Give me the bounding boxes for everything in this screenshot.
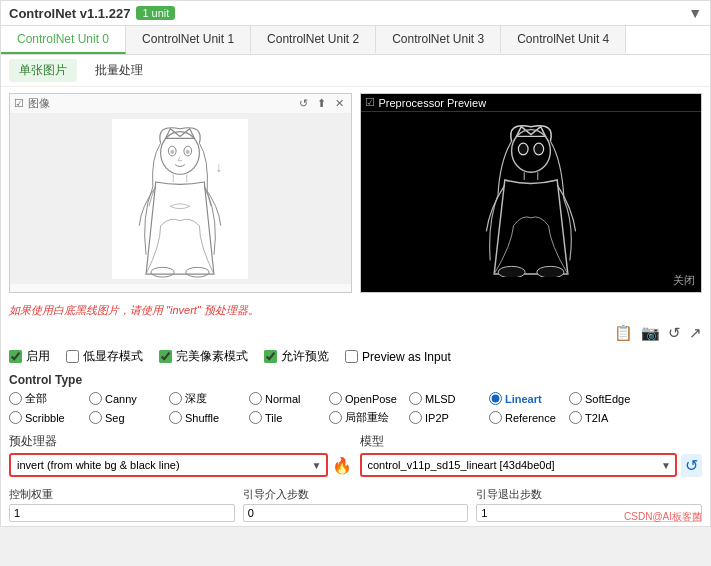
svg-point-14 [537,266,564,277]
sub-tab-single[interactable]: 单张图片 [9,59,77,82]
pixel-perfect-checkbox-label[interactable]: 完美像素模式 [159,348,248,365]
radio-reference[interactable]: Reference [489,410,569,425]
svg-text:↓: ↓ [216,160,223,175]
app-title: ControlNet v1.1.227 [9,6,130,21]
preprocessor-section: 预处理器 invert (from white bg & black line)… [9,433,352,477]
svg-point-12 [534,143,544,155]
radio-softedge[interactable]: SoftEdge [569,391,649,406]
params-row: 控制权重 引导介入步数 引导退出步数 CSDN@AI板客菌 [1,483,710,526]
param-start-input[interactable] [243,504,469,522]
image-panel-checkbox: ☑ [14,97,24,110]
sketch-anime-svg: ↓ [110,119,250,279]
svg-rect-0 [112,119,248,279]
radio-normal[interactable]: Normal [249,391,329,406]
radio-openpose[interactable]: OpenPose [329,391,409,406]
svg-point-11 [518,143,528,155]
close-tool[interactable]: ✕ [332,96,347,111]
source-image-panel: ☑ 图像 ↺ ⬆ ✕ [9,93,352,293]
image-panel-tools: ↺ ⬆ ✕ [296,96,347,111]
preview-checkbox: ☑ [365,96,375,109]
preview-close-btn[interactable]: 关闭 [673,273,695,288]
radio-inpaint[interactable]: 局部重绘 [329,410,409,425]
radio-ip2p[interactable]: IP2P [409,410,489,425]
preview-as-input-checkbox[interactable] [345,350,358,363]
control-type-radios: 全部 Canny 深度 Normal OpenPose MLSD Lineart… [1,389,710,427]
pixel-perfect-label: 完美像素模式 [176,348,248,365]
allow-preview-checkbox[interactable] [264,350,277,363]
preview-as-input-checkbox-label[interactable]: Preview as Input [345,350,451,364]
camera-icon[interactable]: 📷 [641,324,660,342]
radio-seg[interactable]: Seg [89,410,169,425]
param-start: 引导介入步数 [243,487,469,522]
tab-unit-4[interactable]: ControlNet Unit 4 [501,26,626,54]
allow-preview-label: 允许预览 [281,348,329,365]
source-image-header: ☑ 图像 ↺ ⬆ ✕ [10,94,351,114]
source-image-canvas[interactable]: ↓ [10,114,351,284]
model-select-outer: control_v11p_sd15_lineart [43d4be0d] ▼ [360,453,678,477]
svg-point-13 [498,266,525,277]
header-left: ControlNet v1.1.227 1 unit [9,6,175,21]
radio-lineart[interactable]: Lineart [489,391,569,406]
warning-text: 如果使用白底黑线图片，请使用 "invert" 预处理器。 [1,299,710,322]
svg-rect-9 [463,117,599,277]
param-weight: 控制权重 [9,487,235,522]
model-select-wrapper: control_v11p_sd15_lineart [43d4be0d] ▼ ↺ [360,453,703,477]
svg-point-4 [171,150,175,154]
proc-model-row: 预处理器 invert (from white bg & black line)… [1,427,710,483]
copy-icon[interactable]: 📋 [614,324,633,342]
enable-label: 启用 [26,348,50,365]
tab-unit-3[interactable]: ControlNet Unit 3 [376,26,501,54]
preview-canvas [361,112,702,282]
unit-badge: 1 unit [136,6,175,20]
checkbox-row: 启用 低显存模式 完美像素模式 允许预览 Preview as Input [1,344,710,369]
preview-label: Preprocessor Preview [379,97,487,109]
warning-suffix: 预处理器。 [204,304,259,316]
enable-checkbox[interactable] [9,350,22,363]
watermark: CSDN@AI板客菌 [624,510,702,524]
enable-checkbox-label[interactable]: 启用 [9,348,50,365]
lowvram-label: 低显存模式 [83,348,143,365]
header: ControlNet v1.1.227 1 unit ▼ [1,1,710,26]
pixel-perfect-checkbox[interactable] [159,350,172,363]
refresh-tool[interactable]: ↺ [296,96,311,111]
radio-shuffle[interactable]: Shuffle [169,410,249,425]
preprocessor-select-outer: invert (from white bg & black line) ▼ [9,453,328,477]
control-type-label: Control Type [1,369,710,389]
radio-all[interactable]: 全部 [9,391,89,406]
warning-highlight: "invert" [166,304,201,316]
radio-mlsd[interactable]: MLSD [409,391,489,406]
param-end-label: 引导退出步数 [476,487,702,502]
send-icon[interactable]: ↗ [689,324,702,342]
sub-tabs: 单张图片 批量处理 [1,55,710,87]
preview-as-input-label: Preview as Input [362,350,451,364]
model-label: 模型 [360,433,703,450]
radio-canny[interactable]: Canny [89,391,169,406]
radio-depth[interactable]: 深度 [169,391,249,406]
param-weight-input[interactable] [9,504,235,522]
radio-t2ia[interactable]: T2IA [569,410,649,425]
controlnet-panel: ControlNet v1.1.227 1 unit ▼ ControlNet … [0,0,711,527]
tab-unit-1[interactable]: ControlNet Unit 1 [126,26,251,54]
refresh-icon[interactable]: ↺ [668,324,681,342]
upload-tool[interactable]: ⬆ [314,96,329,111]
preprocessor-select-wrapper: invert (from white bg & black line) ▼ 🔥 [9,453,352,477]
tab-unit-0[interactable]: ControlNet Unit 0 [1,26,126,54]
model-section: 模型 control_v11p_sd15_lineart [43d4be0d] … [360,433,703,477]
model-refresh-icon[interactable]: ↺ [681,454,702,477]
preprocessor-label: 预处理器 [9,433,352,450]
param-start-label: 引导介入步数 [243,487,469,502]
radio-scribble[interactable]: Scribble [9,410,89,425]
preview-panel: ☑ Preprocessor Preview [360,93,703,293]
model-select[interactable]: control_v11p_sd15_lineart [43d4be0d] [360,453,678,477]
lowvram-checkbox[interactable] [66,350,79,363]
tab-unit-2[interactable]: ControlNet Unit 2 [251,26,376,54]
allow-preview-checkbox-label[interactable]: 允许预览 [264,348,329,365]
fire-icon[interactable]: 🔥 [332,456,352,475]
icon-row: 📋 📷 ↺ ↗ [1,322,710,344]
radio-tile[interactable]: Tile [249,410,329,425]
preprocessor-select[interactable]: invert (from white bg & black line) [9,453,328,477]
sub-tab-batch[interactable]: 批量处理 [85,59,153,82]
collapse-icon[interactable]: ▼ [688,5,702,21]
preview-anime-svg [461,117,601,277]
lowvram-checkbox-label[interactable]: 低显存模式 [66,348,143,365]
